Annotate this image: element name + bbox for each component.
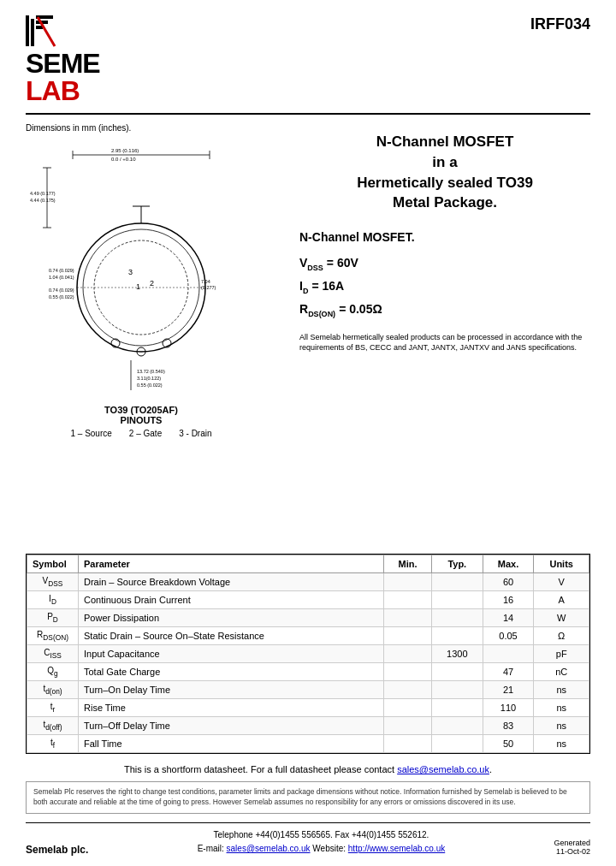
cell-units: nC	[534, 663, 589, 681]
product-title: N-Channel MOSFET in a Hermetically seale…	[299, 132, 590, 213]
cell-symbol: tf	[27, 735, 79, 753]
cell-typ	[431, 681, 483, 699]
vdss-symbol: VDSS	[299, 256, 323, 272]
cell-typ	[431, 591, 483, 609]
svg-text:3.11(0.122): 3.11(0.122)	[137, 376, 161, 381]
svg-text:2.95 (0.116): 2.95 (0.116)	[111, 148, 139, 153]
right-column: N-Channel MOSFET in a Hermetically seale…	[282, 123, 590, 545]
col-max: Max.	[483, 555, 534, 573]
svg-point-16	[77, 223, 205, 352]
table-row: CISSInput Capacitance1300pF	[27, 645, 589, 663]
cell-units: ns	[534, 681, 589, 699]
logo-decoration	[26, 15, 73, 48]
svg-text:0.55 (0.022): 0.55 (0.022)	[49, 294, 74, 300]
col-symbol: Symbol	[27, 555, 79, 573]
cell-symbol: CISS	[27, 645, 79, 663]
package-drawing: 2.95 (0.116) 0.0 / +0.10 4.49 (0.177) 4.…	[26, 138, 257, 446]
cell-symbol: td(on)	[27, 681, 79, 699]
col-min: Min.	[384, 555, 432, 573]
cell-units: ns	[534, 735, 589, 753]
footer-contact: Telephone +44(0)1455 556565. Fax +44(0)1…	[198, 828, 446, 856]
svg-text:(0.277): (0.277)	[201, 285, 216, 290]
table-row: tfFall Time50ns	[27, 735, 589, 753]
footer-company: Semelab plc.	[26, 844, 88, 856]
svg-text:7.04: 7.04	[201, 279, 210, 284]
svg-text:13.72 (0.540): 13.72 (0.540)	[137, 369, 165, 374]
col-parameter: Parameter	[79, 555, 384, 573]
title-line1: N-Channel MOSFET	[376, 133, 514, 150]
table-row: PDPower Dissipation14W	[27, 609, 589, 627]
svg-text:1: 1	[136, 282, 140, 291]
vdss-value: = 60V	[327, 256, 358, 270]
cell-symbol: Qg	[27, 663, 79, 681]
table-header-row: Symbol Parameter Min. Typ. Max. Units	[27, 555, 589, 573]
cell-typ	[431, 717, 483, 735]
id-spec: ID = 16A	[299, 279, 590, 295]
svg-text:4.44 (0.175): 4.44 (0.175)	[30, 198, 56, 203]
col-units: Units	[534, 555, 589, 573]
cell-min	[384, 645, 432, 663]
disclaimer-box: Semelab Plc reserves the right to change…	[26, 781, 590, 814]
pinout-pins: 1 – Source 2 – Gate 3 - Drain	[70, 429, 211, 438]
parameters-table-section: Symbol Parameter Min. Typ. Max. Units VD…	[26, 554, 590, 754]
cell-units: ns	[534, 717, 589, 735]
pin1-label: 1 – Source	[70, 429, 111, 438]
cell-symbol: ID	[27, 591, 79, 609]
cell-min	[384, 681, 432, 699]
cell-units: A	[534, 591, 589, 609]
svg-point-17	[83, 229, 199, 346]
table-row: td(off)Turn–Off Delay Time83ns	[27, 717, 589, 735]
cell-min	[384, 735, 432, 753]
table-row: trRise Time110ns	[27, 699, 589, 717]
footer-telephone: Telephone +44(0)1455 556565. Fax +44(0)1…	[198, 828, 446, 842]
table-row: VDSSDrain – Source Breakdown Voltage60V	[27, 573, 589, 591]
cell-min	[384, 609, 432, 627]
footer-generated-label: Generated	[554, 839, 590, 847]
svg-rect-1	[31, 19, 34, 46]
specs-section: N-Channel MOSFET. VDSS = 60V ID = 16A RD…	[299, 230, 590, 353]
cell-min	[384, 699, 432, 717]
shortform-email-link[interactable]: sales@semelab.co.uk	[397, 764, 489, 774]
cell-min	[384, 573, 432, 591]
title-line2: in a	[432, 154, 457, 170]
main-content: Dimensions in mm (inches). 2.95 (0.116) …	[26, 123, 590, 545]
cell-units: V	[534, 573, 589, 591]
footer-email-link[interactable]: sales@semelab.co.uk	[227, 844, 311, 853]
cell-typ	[431, 609, 483, 627]
dimensions-label: Dimensions in mm (inches).	[26, 123, 274, 133]
cell-parameter: Turn–Off Delay Time	[79, 717, 384, 735]
footer-website-label: Website:	[311, 844, 348, 853]
cell-min	[384, 717, 432, 735]
cell-typ: 1300	[431, 645, 483, 663]
cell-min	[384, 663, 432, 681]
footer-generated-date: 11-Oct-02	[554, 847, 590, 856]
cell-parameter: Fall Time	[79, 735, 384, 753]
left-column: Dimensions in mm (inches). 2.95 (0.116) …	[26, 123, 274, 545]
shortform-note: This is a shortform datasheet. For a ful…	[26, 764, 590, 774]
cell-max: 110	[483, 699, 534, 717]
cell-parameter: Rise Time	[79, 699, 384, 717]
n-channel-label: N-Channel MOSFET.	[299, 230, 590, 244]
table-row: IDContinuous Drain Current16A	[27, 591, 589, 609]
cell-parameter: Power Dissipation	[79, 609, 384, 627]
footer-website-link[interactable]: http://www.semelab.co.uk	[348, 844, 445, 853]
pin3-label: 3 - Drain	[179, 429, 211, 438]
logo-lab: LAB	[26, 75, 80, 106]
cell-parameter: Turn–On Delay Time	[79, 681, 384, 699]
rds-symbol: RDS(ON)	[299, 302, 335, 318]
cell-max	[483, 645, 534, 663]
cell-units: Ω	[534, 627, 589, 645]
table-row: QgTotal Gate Charge47nC	[27, 663, 589, 681]
cell-parameter: Input Capacitance	[79, 645, 384, 663]
cell-units: ns	[534, 699, 589, 717]
svg-text:2: 2	[150, 279, 154, 288]
logo-text: SEME LAB	[26, 50, 100, 104]
title-line3: Hermetically sealed TO39	[357, 175, 533, 191]
compliance-text: All Semelab hermetically sealed products…	[299, 332, 590, 353]
cell-units: W	[534, 609, 589, 627]
pin2-label: 2 – Gate	[129, 429, 162, 438]
cell-parameter: Continuous Drain Current	[79, 591, 384, 609]
cell-symbol: PD	[27, 609, 79, 627]
cell-min	[384, 627, 432, 645]
footer-email-label: E-mail:	[198, 844, 227, 853]
